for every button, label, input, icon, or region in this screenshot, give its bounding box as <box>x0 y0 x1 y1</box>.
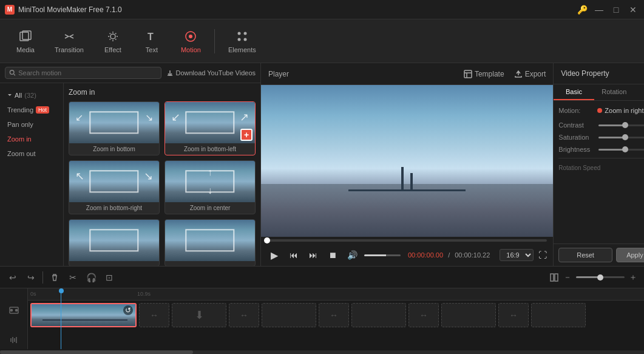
category-all[interactable]: All (32) <box>0 88 63 103</box>
contrast-slider-thumb[interactable] <box>622 122 628 128</box>
motion-card-extra1[interactable] <box>69 219 160 266</box>
tool-transition[interactable]: Transition <box>46 26 92 57</box>
property-content: Motion: Zoom in right 🗑 Contrast 0.0 <box>554 101 644 243</box>
saturation-slider[interactable] <box>598 137 644 138</box>
key-icon[interactable]: 🔑 <box>576 4 588 16</box>
empty-clip-3[interactable] <box>351 303 406 327</box>
timeline-bar[interactable] <box>267 239 547 242</box>
tool-elements[interactable]: Elements <box>220 26 265 57</box>
delete-btn[interactable] <box>47 270 63 285</box>
saturation-slider-thumb[interactable] <box>622 134 628 140</box>
elements-label: Elements <box>228 46 256 53</box>
zoom-minus-btn[interactable]: － <box>561 271 574 284</box>
player-timeline[interactable] <box>261 237 553 244</box>
transition-slot-3[interactable]: ↔ <box>319 303 349 327</box>
fullscreen-btn[interactable]: ⛶ <box>538 250 547 260</box>
category-pan-only[interactable]: Pan only <box>0 117 63 132</box>
search-box[interactable] <box>5 67 161 79</box>
audio-track-icon[interactable] <box>9 335 19 347</box>
empty-clip-1[interactable]: ⬇ <box>172 303 226 327</box>
audio-track <box>28 330 644 342</box>
category-zoom-out[interactable]: Zoom out <box>0 146 63 161</box>
motion-card-zoom-in-bottom-right[interactable]: ↖ ↘ Zoom in bottom-right <box>69 160 160 214</box>
zoom-slider[interactable] <box>576 276 625 278</box>
total-time: 00:00:10.22 <box>455 251 490 259</box>
zoom-plus-btn[interactable]: ＋ <box>627 271 639 284</box>
minimize-btn[interactable]: — <box>593 4 605 16</box>
search-input[interactable] <box>18 69 157 77</box>
download-link[interactable]: Download YouTube Videos <box>166 69 256 77</box>
export-btn[interactable]: Export <box>514 70 546 78</box>
left-panel-top: Download YouTube Videos <box>0 63 260 83</box>
video-track-icon[interactable] <box>9 305 19 317</box>
transition-slot-2[interactable]: ↔ <box>229 303 259 327</box>
transition-slot-4[interactable]: ↔ <box>408 303 439 327</box>
svg-point-9 <box>243 38 246 41</box>
brightness-slider-thumb[interactable] <box>622 146 628 152</box>
timeline-scrollbar[interactable] <box>0 350 644 354</box>
cut-btn[interactable]: ✂ <box>65 270 81 285</box>
motion-card-zoom-in-bottom-left[interactable]: ↙ ↗ + Zoom in bottom-left <box>164 101 256 155</box>
motion-label: Motion <box>181 46 201 53</box>
maximize-btn[interactable]: □ <box>610 4 622 16</box>
tab-speed[interactable]: Speed <box>634 84 644 100</box>
stop-btn[interactable]: ⏹ <box>325 248 340 262</box>
tool-effect[interactable]: Effect <box>95 26 131 57</box>
motion-prop-value: Zoom in right <box>597 107 644 114</box>
export-btn-label: Export <box>525 70 546 78</box>
empty-clip-5[interactable] <box>531 303 586 327</box>
transition-slot-5[interactable]: ↔ <box>498 303 529 327</box>
redo-btn[interactable]: ↪ <box>23 270 39 285</box>
motion-add-btn[interactable]: + <box>240 129 253 141</box>
aspect-ratio-select[interactable]: 16:9 4:3 1:1 <box>500 249 534 261</box>
timeline-scrollbar-thumb[interactable] <box>0 350 193 354</box>
tool-text[interactable]: T Text <box>134 26 170 57</box>
timeline-content[interactable]: 0s 10.9s ↺ ↔ ⬇ <box>28 288 644 349</box>
apply-all-btn[interactable]: Apply to all <box>616 248 644 262</box>
split-icon <box>549 273 559 282</box>
undo-btn[interactable]: ↩ <box>5 270 21 285</box>
prev-frame-btn[interactable]: ⏮ <box>286 248 301 262</box>
video-clip-active[interactable]: ↺ <box>30 303 137 327</box>
playhead[interactable] <box>61 288 61 349</box>
motion-card-zoom-in-center[interactable]: ↑ ↓ Zoom in center <box>164 160 256 214</box>
volume-btn[interactable]: 🔊 <box>345 248 359 262</box>
transition-slot-1[interactable]: ↔ <box>139 303 169 327</box>
empty-clip-4[interactable] <box>441 303 496 327</box>
left-panel: Download YouTube Videos All (32) Trendin… <box>0 63 261 266</box>
svg-point-15 <box>10 310 12 311</box>
tab-basic[interactable]: Basic <box>554 84 594 100</box>
svg-rect-13 <box>555 274 558 281</box>
motion-card-extra2[interactable] <box>164 219 256 266</box>
empty-clip-2[interactable] <box>262 303 316 327</box>
search-icon <box>9 69 16 77</box>
audio-btn[interactable]: 🎧 <box>83 270 99 285</box>
category-trending[interactable]: Trending Hot <box>0 103 63 117</box>
category-list: All (32) Trending Hot Pan only Zoom in Z… <box>0 83 64 266</box>
brightness-slider[interactable] <box>598 149 644 151</box>
expand-icon <box>7 93 12 98</box>
reset-btn[interactable]: Reset <box>558 248 612 262</box>
player-video <box>261 85 553 237</box>
category-zoom-in[interactable]: Zoom in <box>0 132 63 146</box>
tool-motion[interactable]: Motion <box>172 26 209 57</box>
effect-label: Effect <box>104 46 121 53</box>
crop-btn[interactable]: ⊡ <box>101 270 117 285</box>
play-btn[interactable]: ▶ <box>267 248 282 262</box>
brightness-slider-fill <box>598 149 625 151</box>
contrast-slider[interactable] <box>598 124 644 126</box>
next-frame-btn[interactable]: ⏭ <box>306 248 320 262</box>
close-btn[interactable]: ✕ <box>627 4 639 16</box>
window-controls: 🔑 — □ ✕ <box>576 4 639 16</box>
volume-slider[interactable] <box>364 254 401 256</box>
brightness-row: Brightness 0.0 <box>558 146 644 153</box>
svg-point-6 <box>237 32 240 35</box>
timeline-ruler: 0s 10.9s <box>28 288 644 301</box>
tab-rotation[interactable]: Rotation <box>594 84 634 100</box>
template-btn[interactable]: Template <box>464 70 504 78</box>
category-zoom-out-label: Zoom out <box>7 150 35 157</box>
motion-card-zoom-in-bottom[interactable]: ↙ ↘ Zoom in bottom <box>69 101 160 155</box>
timeline-thumb[interactable] <box>264 237 270 243</box>
template-btn-label: Template <box>475 70 504 78</box>
tool-media[interactable]: Media <box>7 26 44 57</box>
